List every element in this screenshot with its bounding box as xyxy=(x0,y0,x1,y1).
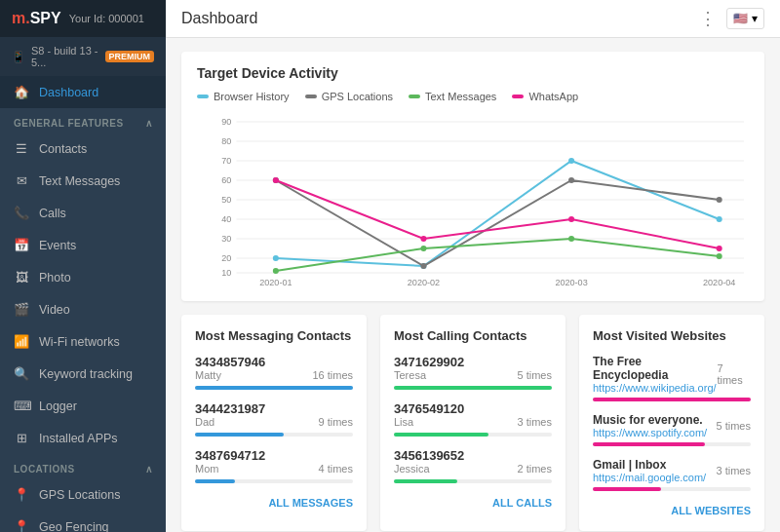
activity-chart-svg: 90 80 70 60 50 40 30 20 10 2020-01 2020-… xyxy=(197,112,749,287)
svg-text:60: 60 xyxy=(221,175,231,185)
svg-text:70: 70 xyxy=(221,156,231,166)
calls-icon: 📞 xyxy=(14,206,29,220)
svg-text:90: 90 xyxy=(221,117,231,127)
website-url-3[interactable]: https://mail.google.com/ xyxy=(593,472,706,483)
more-options-button[interactable]: ⋮ xyxy=(699,8,717,29)
chart-area: 90 80 70 60 50 40 30 20 10 2020-01 2020-… xyxy=(197,112,749,287)
svg-point-30 xyxy=(273,268,279,274)
calling-contacts-card: Most Calling Contacts 3471629902 Teresa … xyxy=(380,315,566,531)
logger-icon: ⌨ xyxy=(14,399,29,413)
collapse-icon[interactable]: ∧ xyxy=(145,118,153,129)
website-name-1: The Free Encyclopedia xyxy=(593,355,717,382)
legend-sms-label: Text Messages xyxy=(425,91,496,102)
sidebar-item-photo[interactable]: 🖼 Photo xyxy=(0,261,166,293)
legend-gps: GPS Locations xyxy=(305,91,393,102)
legend-whatsapp-label: WhatsApp xyxy=(528,91,578,102)
dashboard-label: Dashboard xyxy=(39,86,98,99)
sidebar-item-installed-apps[interactable]: ⊞ Installed APPs xyxy=(0,422,166,454)
website-times-3: 3 times xyxy=(717,465,751,476)
svg-point-35 xyxy=(420,236,426,242)
legend-browser: Browser History xyxy=(197,91,290,102)
language-selector[interactable]: 🇺🇸 ▾ xyxy=(726,8,764,29)
svg-point-25 xyxy=(717,216,722,222)
website-times-2: 5 times xyxy=(717,420,751,432)
all-calls-link[interactable]: ALL CALLS xyxy=(492,497,552,509)
msg-bar-3 xyxy=(195,479,235,483)
sidebar-item-events[interactable]: 📅 Events xyxy=(0,229,166,261)
website-1: The Free Encyclopedia https://www.wikipe… xyxy=(593,355,751,401)
home-icon: 🏠 xyxy=(14,85,29,99)
contacts-icon: ☰ xyxy=(14,141,29,156)
sidebar-item-gps[interactable]: 📍 GPS Locations xyxy=(0,478,166,511)
main-content: Dashboard ⋮ 🇺🇸 ▾ Target Device Activity … xyxy=(166,0,780,532)
sidebar-item-wifi[interactable]: 📶 Wi-Fi networks xyxy=(0,325,166,358)
call-name-2: Lisa xyxy=(394,416,413,428)
website-name-3: Gmail | Inbox xyxy=(593,458,706,472)
call-bar-1 xyxy=(394,386,552,390)
svg-point-37 xyxy=(717,246,722,251)
sidebar-item-keyword[interactable]: 🔍 Keyword tracking xyxy=(0,358,166,390)
call-contact-2: 3476549120 Lisa 3 times xyxy=(394,401,552,437)
call-number-2: 3476549120 xyxy=(394,401,552,416)
content-area: Target Device Activity Browser History G… xyxy=(166,38,780,532)
call-times-1: 5 times xyxy=(518,369,552,381)
svg-point-24 xyxy=(568,158,574,164)
sidebar: m.SPY Your Id: 000001 📱 S8 - build 13 - … xyxy=(0,0,166,532)
sidebar-item-logger[interactable]: ⌨ Logger xyxy=(0,390,166,422)
page-title: Dashboard xyxy=(181,10,257,27)
topbar-right: ⋮ 🇺🇸 ▾ xyxy=(699,8,764,29)
sidebar-item-text-messages[interactable]: ✉ Text Messages xyxy=(0,165,166,197)
user-id: Your Id: 000001 xyxy=(69,13,144,24)
sidebar-item-contacts[interactable]: ☰ Contacts xyxy=(0,133,166,165)
website-3: Gmail | Inbox https://mail.google.com/ 3… xyxy=(593,458,751,491)
svg-point-34 xyxy=(273,177,279,183)
sidebar-item-dashboard[interactable]: 🏠 Dashboard xyxy=(0,76,166,108)
website-times-1: 7 times xyxy=(717,362,751,386)
svg-text:2020-01: 2020-01 xyxy=(259,278,292,287)
apps-icon: ⊞ xyxy=(14,431,29,445)
website-2: Music for everyone. https://www.spotify.… xyxy=(593,413,751,446)
events-icon: 📅 xyxy=(14,238,29,252)
call-times-2: 3 times xyxy=(518,416,552,428)
msg-number-3: 3487694712 xyxy=(195,448,353,463)
website-url-2[interactable]: https://www.spotify.com/ xyxy=(593,427,707,438)
call-number-1: 3471629902 xyxy=(394,355,552,369)
msg-name-3: Mom xyxy=(195,463,218,475)
call-bar-2 xyxy=(394,433,488,437)
wifi-icon: 📶 xyxy=(14,334,29,349)
all-websites-link[interactable]: ALL WEBSITES xyxy=(671,505,751,516)
svg-text:80: 80 xyxy=(221,136,231,146)
activity-chart-card: Target Device Activity Browser History G… xyxy=(181,52,764,301)
svg-text:50: 50 xyxy=(221,195,231,205)
messages-icon: ✉ xyxy=(14,173,29,188)
svg-text:2020-02: 2020-02 xyxy=(408,278,440,287)
legend-browser-color xyxy=(197,95,209,98)
svg-point-29 xyxy=(717,197,722,203)
msg-contact-3: 3487694712 Mom 4 times xyxy=(195,448,353,483)
keyword-icon: 🔍 xyxy=(14,366,29,381)
device-icon: 📱 xyxy=(12,51,25,63)
locations-collapse-icon[interactable]: ∧ xyxy=(145,464,153,475)
legend-browser-label: Browser History xyxy=(214,91,290,102)
svg-point-31 xyxy=(420,246,426,251)
premium-badge: PREMIUM xyxy=(105,51,155,62)
svg-point-33 xyxy=(717,253,722,259)
topbar: Dashboard ⋮ 🇺🇸 ▾ xyxy=(166,0,780,38)
stats-row: Most Messaging Contacts 3434857946 Matty… xyxy=(181,315,764,531)
website-url-1[interactable]: https://www.wikipedia.org/ xyxy=(593,382,717,394)
all-messages-link[interactable]: ALL MESSAGES xyxy=(268,497,353,509)
gps-icon: 📍 xyxy=(14,487,29,502)
sidebar-item-video[interactable]: 🎬 Video xyxy=(0,293,166,325)
msg-contact-1: 3434857946 Matty 16 times xyxy=(195,355,353,390)
websites-title: Most Visited Websites xyxy=(593,328,751,343)
call-contact-3: 3456139652 Jessica 2 times xyxy=(394,448,552,483)
sidebar-item-calls[interactable]: 📞 Calls xyxy=(0,197,166,229)
msg-number-2: 3444231987 xyxy=(195,401,353,416)
logo: m.SPY xyxy=(12,10,61,26)
call-contact-1: 3471629902 Teresa 5 times xyxy=(394,355,552,390)
legend-sms: Text Messages xyxy=(409,91,496,102)
legend-gps-color xyxy=(305,95,317,98)
call-name-3: Jessica xyxy=(394,463,430,475)
calling-title: Most Calling Contacts xyxy=(394,328,552,343)
sidebar-item-geo[interactable]: 📍 Geo Fencing xyxy=(0,511,166,532)
